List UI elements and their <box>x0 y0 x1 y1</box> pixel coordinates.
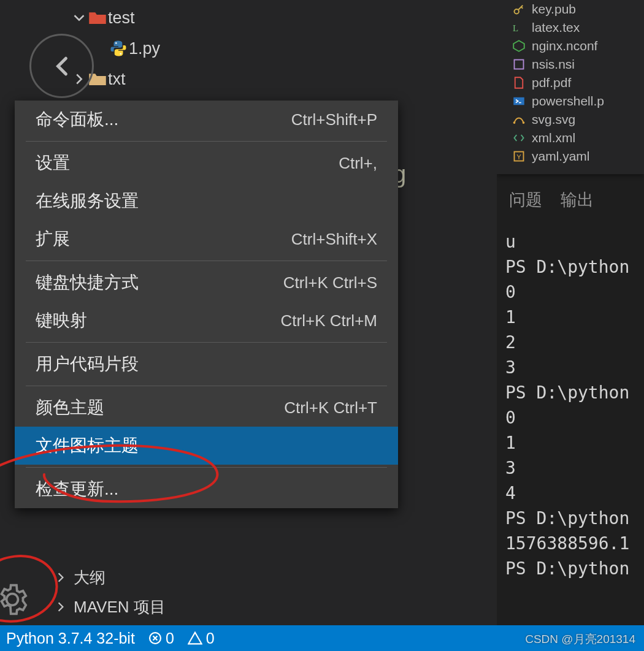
list-item[interactable]: nsis.nsi <box>497 55 644 74</box>
terminal-line: u <box>505 232 516 252</box>
terminal-line: 4 <box>505 483 516 503</box>
explorer-sections: 大纲 MAVEN 项目 <box>55 563 166 622</box>
menu-keymaps[interactable]: 键映射 Ctrl+K Ctrl+M <box>15 302 398 340</box>
terminal-line: PS D:\python <box>505 257 629 277</box>
terminal-line: 0 <box>505 282 516 302</box>
chevron-right-icon <box>55 572 74 583</box>
chevron-down-icon <box>71 12 87 24</box>
svg-point-1 <box>120 53 122 55</box>
terminal-line: 1 <box>505 433 516 453</box>
status-errors[interactable]: 0 <box>148 630 174 647</box>
right-panel: key.pub Llatex.tex nginx.nconf nsis.nsi … <box>497 0 644 625</box>
menu-shortcut: Ctrl+K Ctrl+T <box>284 398 377 417</box>
section-label: 大纲 <box>74 567 105 588</box>
menu-extensions[interactable]: 扩展 Ctrl+Shift+X <box>15 220 398 258</box>
section-maven[interactable]: MAVEN 项目 <box>55 592 166 622</box>
file-name: yaml.yaml <box>532 149 590 164</box>
menu-shortcut: Ctrl+K Ctrl+S <box>283 273 377 292</box>
menu-label: 命令面板... <box>36 108 118 131</box>
svg-text:Y: Y <box>516 153 521 161</box>
terminal-line: 3 <box>505 357 516 378</box>
error-icon <box>148 631 162 645</box>
terminal-line: 1 <box>505 307 516 327</box>
menu-online-services[interactable]: 在线服务设置 <box>15 182 398 220</box>
list-item[interactable]: powershell.p <box>497 92 644 110</box>
menu-label: 设置 <box>36 151 70 175</box>
yaml-icon: Y <box>512 150 526 163</box>
tree-label: test <box>108 9 135 28</box>
tab-problems[interactable]: 问题 <box>509 189 542 211</box>
pdf-icon <box>512 76 526 89</box>
svg-rect-5 <box>515 60 524 69</box>
status-warnings-count: 0 <box>206 630 215 647</box>
terminal-line: 1576388596.1 <box>505 533 629 554</box>
terminal-line: PS D:\python <box>505 558 629 579</box>
file-name: nsis.nsi <box>532 57 575 72</box>
status-errors-count: 0 <box>166 630 174 647</box>
warning-icon <box>188 631 202 645</box>
chevron-right-icon <box>55 601 74 612</box>
tab-output[interactable]: 输出 <box>561 189 594 211</box>
terminal-line: 3 <box>505 458 516 478</box>
file-type-list: key.pub Llatex.tex nginx.nconf nsis.nsi … <box>497 0 644 174</box>
nsis-icon <box>512 58 526 71</box>
section-outline[interactable]: 大纲 <box>55 563 166 592</box>
folder-red-icon <box>87 10 108 26</box>
menu-user-snippets[interactable]: 用户代码片段 <box>15 345 398 383</box>
menu-file-icon-theme[interactable]: 文件图标主题 <box>15 427 398 465</box>
menu-label: 用户代码片段 <box>36 352 139 376</box>
menu-label: 文件图标主题 <box>36 434 139 457</box>
menu-separator <box>26 386 387 386</box>
file-name: xml.xml <box>532 131 575 145</box>
list-item[interactable]: xml.xml <box>497 129 644 147</box>
settings-gear-button[interactable] <box>0 580 32 619</box>
list-item[interactable]: nginx.nconf <box>497 37 644 55</box>
menu-label: 检查更新... <box>36 478 118 501</box>
menu-label: 颜色主题 <box>36 396 104 419</box>
menu-label: 在线服务设置 <box>36 189 139 213</box>
terminal-line: 0 <box>505 408 516 428</box>
back-button[interactable] <box>29 34 94 98</box>
status-python[interactable]: Python 3.7.4 32-bit <box>6 630 135 647</box>
file-name: pdf.pdf <box>532 75 571 90</box>
svg-marker-4 <box>513 40 524 51</box>
list-item[interactable]: key.pub <box>497 0 644 18</box>
panel-tabs: 问题 输出 <box>497 174 644 219</box>
settings-context-menu: 命令面板... Ctrl+Shift+P 设置 Ctrl+, 在线服务设置 扩展… <box>15 101 398 508</box>
terminal-line: 2 <box>505 332 516 352</box>
tree-folder-test[interactable]: test <box>0 2 497 33</box>
terminal-output[interactable]: u PS D:\python 0 1 2 3 PS D:\python 0 1 … <box>497 219 644 581</box>
menu-keyboard-shortcuts[interactable]: 键盘快捷方式 Ctrl+K Ctrl+S <box>15 264 398 302</box>
menu-color-theme[interactable]: 颜色主题 Ctrl+K Ctrl+T <box>15 389 398 427</box>
section-label: MAVEN 项目 <box>74 596 166 618</box>
menu-label: 扩展 <box>36 227 70 251</box>
nginx-icon <box>512 39 526 53</box>
python-icon <box>108 39 129 58</box>
menu-shortcut: Ctrl+, <box>339 154 377 173</box>
terminal-line: PS D:\python <box>505 383 629 403</box>
svg-point-7 <box>513 121 516 124</box>
svg-point-0 <box>115 42 117 44</box>
status-warnings[interactable]: 0 <box>188 630 215 647</box>
list-item[interactable]: Llatex.tex <box>497 18 644 37</box>
menu-label: 键盘快捷方式 <box>36 271 139 294</box>
menu-label: 键映射 <box>36 309 87 332</box>
svg-icon <box>512 113 526 126</box>
explorer-pane: test 1.py txt g <box>0 0 497 625</box>
menu-separator <box>26 261 387 261</box>
list-item[interactable]: pdf.pdf <box>497 74 644 92</box>
terminal-line: PS D:\python <box>505 508 629 528</box>
powershell-icon <box>512 94 526 108</box>
menu-shortcut: Ctrl+K Ctrl+M <box>281 311 377 330</box>
list-item[interactable]: svg.svg <box>497 110 644 129</box>
menu-settings[interactable]: 设置 Ctrl+, <box>15 144 398 182</box>
menu-shortcut: Ctrl+Shift+P <box>291 110 377 129</box>
watermark: CSDN @月亮201314 <box>525 631 635 647</box>
menu-command-palette[interactable]: 命令面板... Ctrl+Shift+P <box>15 101 398 139</box>
xml-icon <box>512 131 526 145</box>
tree-label: txt <box>108 70 126 89</box>
menu-separator <box>26 467 387 468</box>
list-item[interactable]: Yyaml.yaml <box>497 147 644 166</box>
latex-icon: L <box>512 21 526 34</box>
menu-check-updates[interactable]: 检查更新... <box>15 470 398 508</box>
